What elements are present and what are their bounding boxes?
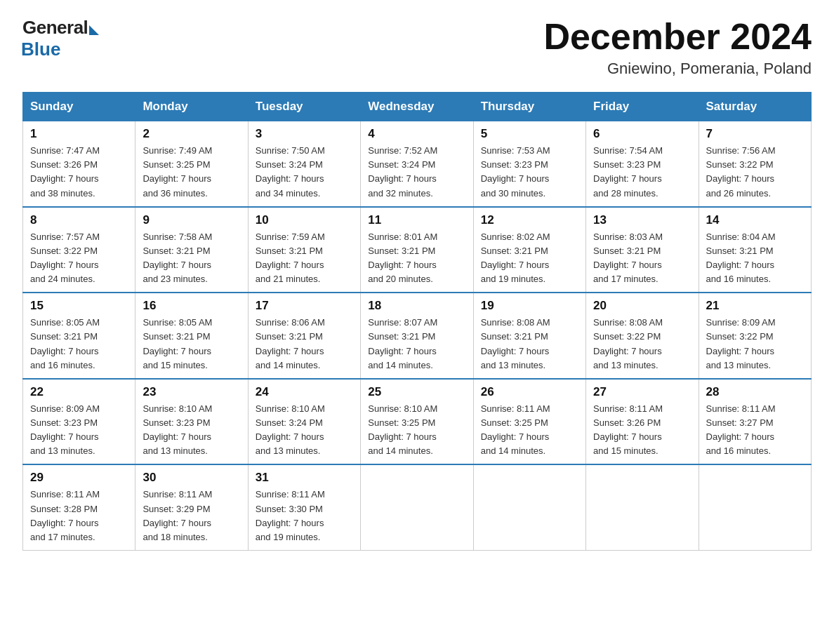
calendar-cell: 14 Sunrise: 8:04 AMSunset: 3:21 PMDaylig… [699,207,811,293]
day-info: Sunrise: 8:11 AMSunset: 3:27 PMDaylight:… [706,403,776,456]
calendar-week-row: 29 Sunrise: 8:11 AMSunset: 3:28 PMDaylig… [23,464,812,550]
calendar-cell: 9 Sunrise: 7:58 AMSunset: 3:21 PMDayligh… [135,207,248,293]
weekday-header-friday: Friday [586,93,699,121]
calendar-cell: 19 Sunrise: 8:08 AMSunset: 3:21 PMDaylig… [473,293,585,379]
day-info: Sunrise: 7:52 AMSunset: 3:24 PMDaylight:… [368,145,437,198]
day-number: 19 [481,299,578,313]
calendar-week-row: 15 Sunrise: 8:05 AMSunset: 3:21 PMDaylig… [23,293,812,379]
day-info: Sunrise: 8:11 AMSunset: 3:29 PMDaylight:… [143,489,212,542]
calendar-cell: 6 Sunrise: 7:54 AMSunset: 3:23 PMDayligh… [586,121,699,207]
logo-general-text: General [22,17,88,39]
calendar-cell: 16 Sunrise: 8:05 AMSunset: 3:21 PMDaylig… [135,293,248,379]
day-number: 5 [481,127,578,141]
location-title: Gniewino, Pomerania, Poland [543,60,812,78]
calendar-cell [699,464,811,550]
calendar-cell: 18 Sunrise: 8:07 AMSunset: 3:21 PMDaylig… [361,293,473,379]
day-number: 1 [30,127,128,141]
day-info: Sunrise: 8:09 AMSunset: 3:22 PMDaylight:… [706,317,776,370]
day-info: Sunrise: 7:53 AMSunset: 3:23 PMDaylight:… [481,145,550,198]
calendar-cell: 1 Sunrise: 7:47 AMSunset: 3:26 PMDayligh… [23,121,135,207]
day-info: Sunrise: 8:06 AMSunset: 3:21 PMDaylight:… [256,317,325,370]
day-number: 4 [368,127,465,141]
calendar-cell: 12 Sunrise: 8:02 AMSunset: 3:21 PMDaylig… [473,207,585,293]
calendar-cell: 10 Sunrise: 7:59 AMSunset: 3:21 PMDaylig… [248,207,360,293]
page-header: General Blue December 2024 Gniewino, Pom… [22,17,812,78]
day-number: 18 [368,299,465,313]
day-info: Sunrise: 8:02 AMSunset: 3:21 PMDaylight:… [481,232,550,284]
day-number: 17 [256,299,353,313]
calendar-cell: 22 Sunrise: 8:09 AMSunset: 3:23 PMDaylig… [23,379,135,465]
calendar-cell: 5 Sunrise: 7:53 AMSunset: 3:23 PMDayligh… [473,121,585,207]
weekday-header-saturday: Saturday [699,93,811,121]
day-number: 28 [706,385,804,399]
title-block: December 2024 Gniewino, Pomerania, Polan… [543,17,812,78]
day-number: 10 [256,213,353,227]
calendar-cell: 7 Sunrise: 7:56 AMSunset: 3:22 PMDayligh… [699,121,811,207]
day-number: 22 [30,385,128,399]
calendar-cell: 11 Sunrise: 8:01 AMSunset: 3:21 PMDaylig… [361,207,473,293]
day-info: Sunrise: 8:04 AMSunset: 3:21 PMDaylight:… [706,232,776,284]
day-number: 24 [256,385,353,399]
day-info: Sunrise: 8:11 AMSunset: 3:26 PMDaylight:… [593,403,663,456]
logo-blue-text: Blue [21,39,60,60]
calendar-cell: 26 Sunrise: 8:11 AMSunset: 3:25 PMDaylig… [473,379,585,465]
calendar-cell: 28 Sunrise: 8:11 AMSunset: 3:27 PMDaylig… [699,379,811,465]
day-info: Sunrise: 8:11 AMSunset: 3:28 PMDaylight:… [30,489,100,542]
calendar-cell [361,464,473,550]
calendar-cell: 4 Sunrise: 7:52 AMSunset: 3:24 PMDayligh… [361,121,473,207]
day-number: 25 [368,385,465,399]
day-number: 6 [593,127,691,141]
day-number: 23 [143,385,240,399]
day-number: 20 [593,299,691,313]
day-number: 21 [706,299,804,313]
day-info: Sunrise: 8:10 AMSunset: 3:23 PMDaylight:… [143,403,212,456]
calendar-cell: 20 Sunrise: 8:08 AMSunset: 3:22 PMDaylig… [586,293,699,379]
calendar-table: SundayMondayTuesdayWednesdayThursdayFrid… [22,92,812,551]
day-number: 9 [143,213,240,227]
day-number: 26 [481,385,578,399]
day-info: Sunrise: 8:10 AMSunset: 3:24 PMDaylight:… [256,403,325,456]
day-info: Sunrise: 7:59 AMSunset: 3:21 PMDaylight:… [256,232,325,284]
month-title: December 2024 [543,17,812,57]
calendar-cell: 17 Sunrise: 8:06 AMSunset: 3:21 PMDaylig… [248,293,360,379]
calendar-cell: 23 Sunrise: 8:10 AMSunset: 3:23 PMDaylig… [135,379,248,465]
weekday-header-wednesday: Wednesday [361,93,473,121]
weekday-header-sunday: Sunday [23,93,135,121]
day-info: Sunrise: 7:57 AMSunset: 3:22 PMDaylight:… [30,232,100,284]
day-info: Sunrise: 8:10 AMSunset: 3:25 PMDaylight:… [368,403,437,456]
weekday-header-monday: Monday [135,93,248,121]
weekday-header-thursday: Thursday [473,93,585,121]
day-info: Sunrise: 8:03 AMSunset: 3:21 PMDaylight:… [593,232,663,284]
calendar-cell: 25 Sunrise: 8:10 AMSunset: 3:25 PMDaylig… [361,379,473,465]
day-info: Sunrise: 8:09 AMSunset: 3:23 PMDaylight:… [30,403,100,456]
day-number: 27 [593,385,691,399]
calendar-cell: 27 Sunrise: 8:11 AMSunset: 3:26 PMDaylig… [586,379,699,465]
day-number: 7 [706,127,804,141]
calendar-cell: 3 Sunrise: 7:50 AMSunset: 3:24 PMDayligh… [248,121,360,207]
day-info: Sunrise: 8:05 AMSunset: 3:21 PMDaylight:… [143,317,212,370]
calendar-cell: 13 Sunrise: 8:03 AMSunset: 3:21 PMDaylig… [586,207,699,293]
calendar-cell: 30 Sunrise: 8:11 AMSunset: 3:29 PMDaylig… [135,464,248,550]
logo: General Blue [22,17,99,60]
day-info: Sunrise: 8:11 AMSunset: 3:25 PMDaylight:… [481,403,550,456]
day-info: Sunrise: 8:08 AMSunset: 3:22 PMDaylight:… [593,317,663,370]
day-number: 8 [30,213,128,227]
day-info: Sunrise: 7:47 AMSunset: 3:26 PMDaylight:… [30,145,100,198]
calendar-cell: 29 Sunrise: 8:11 AMSunset: 3:28 PMDaylig… [23,464,135,550]
logo-arrow-icon [89,25,99,35]
calendar-cell: 2 Sunrise: 7:49 AMSunset: 3:25 PMDayligh… [135,121,248,207]
day-number: 16 [143,299,240,313]
day-info: Sunrise: 7:49 AMSunset: 3:25 PMDaylight:… [143,145,212,198]
day-info: Sunrise: 8:05 AMSunset: 3:21 PMDaylight:… [30,317,100,370]
calendar-cell: 24 Sunrise: 8:10 AMSunset: 3:24 PMDaylig… [248,379,360,465]
day-number: 14 [706,213,804,227]
day-number: 12 [481,213,578,227]
day-number: 11 [368,213,465,227]
calendar-cell: 15 Sunrise: 8:05 AMSunset: 3:21 PMDaylig… [23,293,135,379]
calendar-week-row: 1 Sunrise: 7:47 AMSunset: 3:26 PMDayligh… [23,121,812,207]
calendar-week-row: 22 Sunrise: 8:09 AMSunset: 3:23 PMDaylig… [23,379,812,465]
calendar-cell [586,464,699,550]
weekday-header-tuesday: Tuesday [248,93,360,121]
day-info: Sunrise: 8:01 AMSunset: 3:21 PMDaylight:… [368,232,437,284]
day-info: Sunrise: 7:54 AMSunset: 3:23 PMDaylight:… [593,145,663,198]
